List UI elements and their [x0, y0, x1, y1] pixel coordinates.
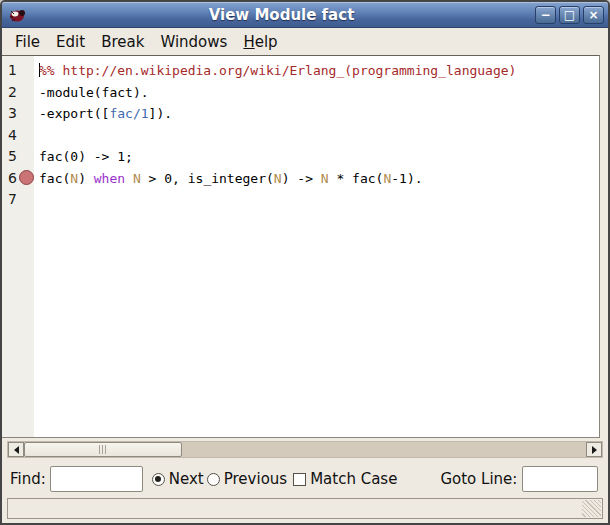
- menu-file[interactable]: File: [7, 31, 48, 53]
- line-number: 2: [8, 82, 34, 104]
- scroll-left-button[interactable]: [8, 442, 24, 457]
- close-icon[interactable]: ×: [583, 6, 604, 24]
- menu-help[interactable]: Help: [235, 31, 285, 53]
- code-token: fac/1: [109, 106, 148, 121]
- code-line: fac(N) when N > 0, is_integer(N) -> N * …: [39, 168, 599, 190]
- window-title: View Module fact: [28, 6, 535, 24]
- next-label[interactable]: Next: [169, 470, 204, 488]
- code-line: [39, 189, 599, 211]
- line-number-gutter: 1234567: [2, 56, 34, 437]
- find-bar: Find: Next Previous Match Case Goto Line…: [2, 460, 608, 498]
- menu-break[interactable]: Break: [93, 31, 152, 53]
- menu-windows[interactable]: Windows: [152, 31, 235, 53]
- code-token: fac(: [39, 171, 70, 186]
- line-number: 4: [8, 125, 34, 147]
- code-token: N: [274, 171, 282, 186]
- menu-edit[interactable]: Edit: [48, 31, 93, 53]
- thumb-grip-icon: [99, 445, 107, 454]
- code-line: -module(fact).: [39, 82, 599, 104]
- code-token: -export([: [39, 106, 109, 121]
- scrollbar-track[interactable]: [182, 442, 586, 457]
- breakpoint-marker[interactable]: [19, 170, 34, 185]
- find-input[interactable]: [50, 466, 143, 492]
- line-number: 1: [8, 60, 34, 82]
- code-token: ): [78, 171, 94, 186]
- code-token: -1).: [391, 171, 422, 186]
- code-token: ) ->: [282, 171, 321, 186]
- line-number: 3: [8, 103, 34, 125]
- code-lines[interactable]: %% http://en.wikipedia.org/wiki/Erlang_(…: [34, 56, 599, 437]
- status-bar: [7, 498, 603, 519]
- debugger-bug-icon: [8, 5, 28, 25]
- find-label: Find:: [10, 470, 46, 488]
- previous-label[interactable]: Previous: [224, 470, 287, 488]
- code-token: * fac(: [329, 171, 384, 186]
- code-token: N: [133, 171, 141, 186]
- code-token: N: [70, 171, 78, 186]
- window-controls: − □ ×: [535, 6, 604, 24]
- line-number: 5: [8, 146, 34, 168]
- title-bar: View Module fact − □ ×: [2, 2, 608, 28]
- code-token: when: [94, 171, 125, 186]
- view-module-window: View Module fact − □ × File Edit Break W…: [0, 0, 610, 525]
- goto-line-label: Goto Line:: [440, 470, 517, 488]
- horizontal-scrollbar[interactable]: [7, 441, 603, 458]
- line-number: 7: [8, 189, 34, 211]
- scrollbar-thumb[interactable]: [24, 442, 182, 457]
- resize-grip-icon[interactable]: [582, 500, 601, 517]
- menu-bar: File Edit Break Windows Help: [2, 28, 608, 55]
- code-token: > 0, is_integer(: [141, 171, 274, 186]
- scroll-right-button[interactable]: [586, 442, 602, 457]
- arrow-left-icon: [14, 446, 19, 454]
- code-token: -module(fact).: [39, 85, 149, 100]
- goto-line-input[interactable]: [522, 466, 598, 492]
- arrow-right-icon: [592, 446, 597, 454]
- code-token: N: [321, 171, 329, 186]
- maximize-icon[interactable]: □: [559, 6, 580, 24]
- minimize-icon[interactable]: −: [535, 6, 556, 24]
- code-token: fac(0) -> 1;: [39, 149, 133, 164]
- code-line: %% http://en.wikipedia.org/wiki/Erlang_(…: [39, 60, 599, 82]
- code-line: [39, 125, 599, 147]
- match-case-label[interactable]: Match Case: [310, 470, 397, 488]
- source-view[interactable]: 1234567 %% http://en.wikipedia.org/wiki/…: [2, 55, 600, 438]
- code-token: %% http://en.wikipedia.org/wiki/Erlang_(…: [39, 63, 516, 78]
- match-case-checkbox[interactable]: [293, 473, 306, 486]
- code-token: [125, 171, 133, 186]
- previous-radio[interactable]: [207, 473, 220, 486]
- code-line: -export([fac/1]).: [39, 103, 599, 125]
- code-line: fac(0) -> 1;: [39, 146, 599, 168]
- code-token: ]).: [149, 106, 172, 121]
- next-radio[interactable]: [152, 473, 165, 486]
